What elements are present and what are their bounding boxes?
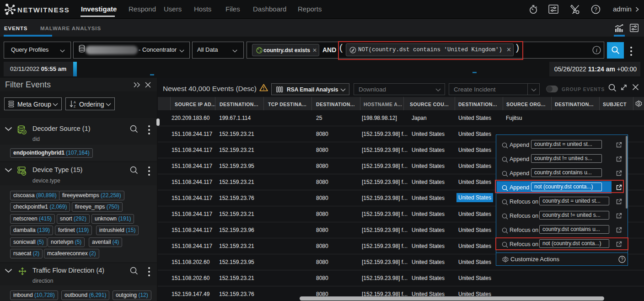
- svg-text:i: i: [596, 47, 597, 54]
- svg-text:?: ?: [594, 6, 597, 13]
- svg-text:?: ?: [621, 257, 623, 262]
- svg-text:Z: Z: [74, 105, 76, 108]
- svg-text:A: A: [74, 101, 76, 104]
